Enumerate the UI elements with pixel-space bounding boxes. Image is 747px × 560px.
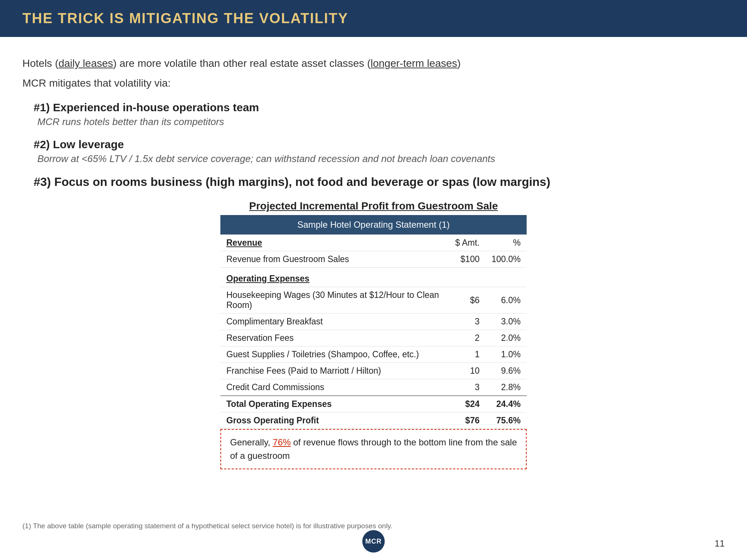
total-pct: 24.4%	[486, 396, 527, 413]
expense-pct-0: 6.0%	[486, 287, 527, 314]
expense-pct-1: 3.0%	[486, 314, 527, 330]
point-1-block: #1) Experienced in-house operations team…	[22, 101, 725, 128]
expense-amt-0: $6	[448, 287, 486, 314]
expense-amt-3: 1	[448, 346, 486, 363]
expense-label-2: Reservation Fees	[220, 330, 448, 346]
header-bar: THE TRICK IS MITIGATING THE VOLATILITY	[0, 0, 747, 37]
point-1-heading: #1) Experienced in-house operations team	[34, 101, 725, 114]
gross-pct: 75.6%	[486, 413, 527, 429]
revenue-pct: 100.0%	[486, 251, 527, 268]
point-2-subtext: Borrow at <65% LTV / 1.5x debt service c…	[34, 153, 725, 165]
col-pct-header: %	[486, 235, 527, 251]
intro-paragraph: Hotels (daily leases) are more volatile …	[22, 56, 725, 71]
table-row: Housekeeping Wages (30 Minutes at $12/Ho…	[220, 287, 527, 314]
op-expenses-section-label: Operating Expenses	[226, 274, 309, 283]
table-row: Franchise Fees (Paid to Marriott / Hilto…	[220, 363, 527, 379]
mitigates-text: MCR mitigates that volatility via:	[22, 77, 725, 89]
longer-term-link: longer-term leases	[371, 57, 457, 69]
gross-label: Gross Operating Profit	[220, 413, 448, 429]
expense-amt-4: 10	[448, 363, 486, 379]
table-row: Reservation Fees 2 2.0%	[220, 330, 527, 346]
expense-amt-5: 3	[448, 379, 486, 396]
table-header-row: Sample Hotel Operating Statement (1)	[220, 215, 527, 235]
table-row: Complimentary Breakfast 3 3.0%	[220, 314, 527, 330]
expense-label-4: Franchise Fees (Paid to Marriott / Hilto…	[220, 363, 448, 379]
summary-highlight: 76%	[273, 437, 291, 447]
total-row: Total Operating Expenses $24 24.4%	[220, 396, 527, 413]
intro-middle: ) are more volatile than other real esta…	[113, 57, 371, 69]
footnote: (1) The above table (sample operating st…	[22, 522, 393, 530]
expense-label-0: Housekeeping Wages (30 Minutes at $12/Ho…	[220, 287, 448, 314]
revenue-amt: $100	[448, 251, 486, 268]
expense-pct-5: 2.8%	[486, 379, 527, 396]
summary-before: Generally,	[230, 437, 273, 447]
total-label: Total Operating Expenses	[220, 396, 448, 413]
revenue-label: Revenue from Guestroom Sales	[220, 251, 448, 268]
expense-label-1: Complimentary Breakfast	[220, 314, 448, 330]
table-row: Guest Supplies / Toiletries (Shampoo, Co…	[220, 346, 527, 363]
main-content: Hotels (daily leases) are more volatile …	[0, 37, 747, 469]
table-row: Revenue from Guestroom Sales $100 100.0%	[220, 251, 527, 268]
gross-row: Gross Operating Profit $76 75.6%	[220, 413, 527, 429]
page-number: 11	[715, 538, 725, 549]
point-2-heading: #2) Low leverage	[34, 138, 725, 151]
total-amt: $24	[448, 396, 486, 413]
table-section: Projected Incremental Profit from Guestr…	[22, 200, 725, 469]
page-title: THE TRICK IS MITIGATING THE VOLATILITY	[22, 10, 348, 27]
operating-expenses-label: Operating Expenses	[220, 271, 527, 287]
expense-pct-3: 1.0%	[486, 346, 527, 363]
intro-after: )	[457, 57, 461, 69]
table-title: Projected Incremental Profit from Guestr…	[249, 200, 498, 212]
col-label-header: Revenue	[220, 235, 448, 251]
daily-leases-link: daily leases	[58, 57, 113, 69]
col-amt-header: $ Amt.	[448, 235, 486, 251]
summary-box: Generally, 76% of revenue flows through …	[220, 429, 527, 469]
expense-pct-4: 9.6%	[486, 363, 527, 379]
column-headers-row: Revenue $ Amt. %	[220, 235, 527, 251]
operating-expenses-header-row: Operating Expenses	[220, 271, 527, 287]
gross-amt: $76	[448, 413, 486, 429]
table-row: Credit Card Commissions 3 2.8%	[220, 379, 527, 396]
mcr-logo: MCR	[362, 530, 385, 553]
expense-amt-2: 2	[448, 330, 486, 346]
expense-label-5: Credit Card Commissions	[220, 379, 448, 396]
spacer-row	[220, 268, 527, 271]
point-3-heading: #3) Focus on rooms business (high margin…	[22, 175, 725, 189]
point-1-subtext: MCR runs hotels better than its competit…	[34, 116, 725, 128]
table-header-cell: Sample Hotel Operating Statement (1)	[220, 215, 527, 235]
revenue-section-label: Revenue	[226, 238, 262, 248]
expense-label-3: Guest Supplies / Toiletries (Shampoo, Co…	[220, 346, 448, 363]
operating-table: Sample Hotel Operating Statement (1) Rev…	[220, 215, 527, 429]
expense-pct-2: 2.0%	[486, 330, 527, 346]
intro-before: Hotels (	[22, 57, 58, 69]
mcr-logo-text: MCR	[365, 538, 382, 545]
expense-amt-1: 3	[448, 314, 486, 330]
point-2-block: #2) Low leverage Borrow at <65% LTV / 1.…	[22, 138, 725, 165]
